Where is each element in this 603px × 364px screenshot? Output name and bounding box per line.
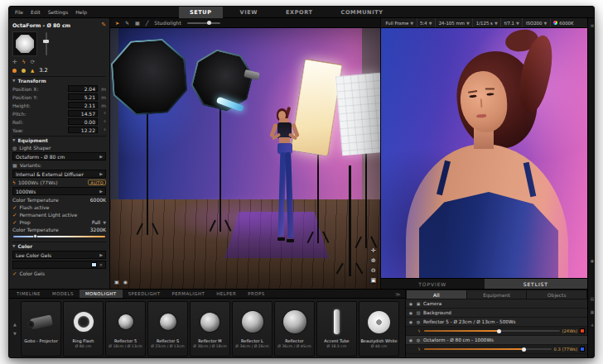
tab-setlist[interactable]: SETLIST xyxy=(485,279,588,289)
intensity-slider[interactable] xyxy=(42,31,51,56)
menu-help[interactable]: Help xyxy=(75,9,87,15)
gel-swatch[interactable] xyxy=(91,262,97,267)
checkmark-icon[interactable]: ✓ xyxy=(12,219,17,226)
scroll-down-icon[interactable]: ▼ xyxy=(13,331,17,336)
equipment-card-gobo[interactable]: Gobo - Projector xyxy=(21,301,61,357)
gel-color-row[interactable]: ✕ xyxy=(12,261,106,269)
color-section-header[interactable]: ▼ Color xyxy=(12,242,106,250)
shutter-dropdown[interactable]: 1/125 s ▼ xyxy=(473,18,501,27)
equipment-card-reflector-l[interactable]: Reflector L Ø 34cm / Ø 26cm xyxy=(232,301,273,357)
shaper-dropdown[interactable]: Octaform - Ø 80 cm ▶ xyxy=(12,152,106,160)
viewport-3d[interactable]: ➤ ✎ ▦ ╱ Studiolight xyxy=(110,18,380,289)
equipment-card-beautydish[interactable]: Beautydish White Ø 40 cm xyxy=(359,301,399,357)
equipment-section-header[interactable]: ▼ Equipment xyxy=(12,136,106,144)
layer-row-reflector[interactable]: ◉ ◍ Reflector 5 - Ø 23cm / Ø 13cm - 500W… xyxy=(406,318,587,327)
tab-export[interactable]: EXPORT xyxy=(275,7,324,18)
power-slider[interactable] xyxy=(424,348,552,350)
permanent-light-row[interactable]: ✓ Permanent Light active xyxy=(12,211,106,218)
equipment-card-accent-tube[interactable]: Accent Tube Ø 18.5 cm xyxy=(316,301,357,357)
equipment-card-ringflash[interactable]: Ring Flash Ø 80 cm xyxy=(63,301,104,357)
panel-softbox[interactable] xyxy=(335,73,380,156)
c-stand[interactable] xyxy=(349,165,351,276)
prop-row[interactable]: ✓ Prop Full ▼ xyxy=(12,218,106,226)
eye-icon[interactable]: ◉ xyxy=(408,319,413,324)
iso-dropdown[interactable]: ISO200 ▼ xyxy=(523,18,550,27)
grid-tool-icon[interactable]: ▦ xyxy=(135,20,140,26)
tab-models[interactable]: MODELS xyxy=(46,290,80,298)
color-gels-row[interactable]: ✓ Color Gels xyxy=(12,270,106,277)
checkmark-icon[interactable]: ✓ xyxy=(12,204,17,211)
format-dropdown[interactable]: Full Frame ▼ xyxy=(383,18,417,27)
menu-edit[interactable]: Edit xyxy=(31,9,41,15)
layer-color-swatch[interactable] xyxy=(580,328,585,333)
tab-monolight[interactable]: MONOLIGHT xyxy=(80,290,123,298)
eye-icon[interactable]: ◉ xyxy=(408,338,413,342)
equipment-card-reflector5[interactable]: Reflector 5 Ø 18cm / Ø 13cm xyxy=(105,301,146,357)
equipment-card-reflector-xl[interactable]: Reflector Ø 36cm / Ø 45cm xyxy=(274,301,315,357)
position-x-input[interactable]: 2.04 xyxy=(68,85,98,92)
frame-icon[interactable]: ▣ xyxy=(114,279,119,285)
model-figure[interactable] xyxy=(269,108,306,245)
equipment-card-reflector-s[interactable]: Reflector S Ø 23cm / Ø 13cm xyxy=(147,301,188,357)
light-stand[interactable] xyxy=(147,111,148,235)
tab-topview[interactable]: TOPVIEW xyxy=(381,279,485,289)
slider-handle[interactable] xyxy=(33,234,37,238)
layer-row-camera[interactable]: ◉ ▣ Camera xyxy=(406,299,587,309)
prop-value-dropdown[interactable]: Full xyxy=(92,219,100,225)
filter-equipment[interactable]: Equipment xyxy=(467,290,527,299)
checkmark-icon[interactable]: ✓ xyxy=(12,271,17,277)
studiolight-slider[interactable] xyxy=(187,22,220,24)
tab-props[interactable]: PROPS xyxy=(242,290,270,298)
white-balance-dropdown[interactable]: 6000K xyxy=(551,18,576,27)
line-tool-icon[interactable]: ╱ xyxy=(146,20,149,26)
tab-permalight[interactable]: PERMALIGHT xyxy=(166,290,210,298)
variants-dropdown[interactable]: Internal & External Diffuser ▶ xyxy=(12,170,106,178)
tab-setup[interactable]: SETUP xyxy=(179,7,223,18)
menu-file[interactable]: File xyxy=(15,9,23,15)
transform-section-header[interactable]: ▼ Transform xyxy=(12,76,106,84)
clear-icon[interactable]: ✕ xyxy=(99,262,103,267)
yaw-input[interactable]: 12.22 xyxy=(68,127,98,133)
power-slider[interactable] xyxy=(424,330,560,332)
edit-pencil-icon[interactable]: ✎ xyxy=(101,22,106,28)
tab-speedlight[interactable]: SPEEDLIGHT xyxy=(123,290,166,298)
scroll-up-icon[interactable]: ▲ xyxy=(13,322,17,327)
layer-color-swatch[interactable] xyxy=(580,347,585,352)
pitch-input[interactable]: 14.57 xyxy=(68,110,98,117)
filter-objects[interactable]: Objects xyxy=(527,290,586,299)
target-icon[interactable]: ◉ xyxy=(588,258,595,263)
filter-all[interactable]: All xyxy=(407,290,466,299)
move-icon[interactable]: ✛ xyxy=(12,59,17,65)
color-temp-slider[interactable] xyxy=(13,233,105,240)
height-input[interactable]: 2.11 xyxy=(68,102,98,108)
light-stand[interactable] xyxy=(365,152,367,248)
grid-icon[interactable]: ▦ xyxy=(588,309,595,314)
aperture-dropdown[interactable]: f/7.1 ▼ xyxy=(501,18,523,27)
gels-dropdown[interactable]: Lee Color Gels ▶ xyxy=(12,251,106,259)
auto-button[interactable]: AUTO xyxy=(88,180,106,185)
light-stand[interactable] xyxy=(317,151,319,243)
tab-community[interactable]: COMMUNITY xyxy=(330,7,394,18)
tab-timeline[interactable]: TIMELINE xyxy=(11,290,46,298)
slider-handle[interactable] xyxy=(497,329,501,333)
layer-row-background[interactable]: ◉ ▨ Background xyxy=(406,309,587,318)
flash-bolt-icon[interactable]: ϟ xyxy=(22,59,25,65)
power-dropdown[interactable]: 1000Ws ▶ xyxy=(12,187,106,195)
eye-icon[interactable]: ◉ xyxy=(408,310,413,315)
zoom-in-icon[interactable]: ⊕ xyxy=(371,257,376,264)
lens-dropdown[interactable]: 24-105 mm ▼ xyxy=(436,18,473,27)
slider-handle[interactable] xyxy=(207,21,211,25)
slider-handle[interactable] xyxy=(522,347,526,352)
add-icon[interactable]: ✛ xyxy=(588,323,595,328)
equipment-card-reflector-m[interactable]: Reflector M Ø 30cm / Ø 18cm xyxy=(190,301,230,357)
checkmark-icon[interactable]: ✓ xyxy=(12,212,17,218)
zoom-out-icon[interactable]: ⊖ xyxy=(371,267,376,274)
position-y-input[interactable]: 5.21 xyxy=(68,93,98,100)
pan-icon[interactable]: ✛ xyxy=(371,247,376,254)
tab-view[interactable]: VIEW xyxy=(229,7,268,18)
panel-toggle-icon[interactable]: ⊞ xyxy=(588,23,595,28)
rotate-icon[interactable]: ⟳ xyxy=(31,59,35,65)
eye-icon[interactable]: ◉ xyxy=(408,301,413,306)
menu-settings[interactable]: Settings xyxy=(48,9,69,15)
slider-handle[interactable] xyxy=(43,40,49,43)
